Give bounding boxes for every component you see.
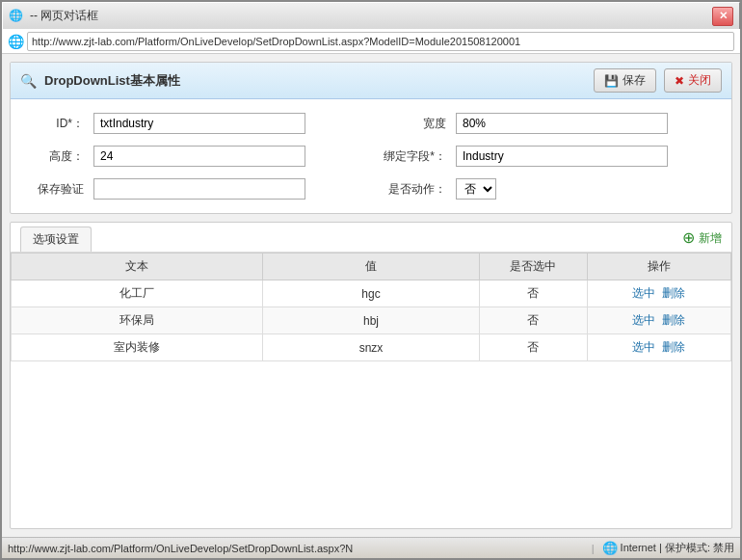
close-button[interactable]: ✖ 关闭 xyxy=(664,68,722,93)
is-action-label: 是否动作： xyxy=(379,181,446,198)
id-group: ID*： xyxy=(26,113,363,134)
options-section: 选项设置 ⊕ 新增 文本 值 是否选中 操作 化 xyxy=(10,222,732,529)
is-action-group: 是否动作： 否 是 xyxy=(379,178,716,200)
height-group: 高度： xyxy=(26,146,363,167)
height-input[interactable] xyxy=(93,146,305,167)
new-icon: ⊕ xyxy=(682,230,695,246)
cell-value-0: hgc xyxy=(263,280,479,307)
save-validate-group: 保存验证 xyxy=(26,178,363,200)
width-label: 宽度 xyxy=(379,116,446,132)
select-link-0[interactable]: 选中 xyxy=(632,286,655,300)
bind-field-label: 绑定字段*： xyxy=(379,148,446,165)
form-row-3: 保存验证 是否动作： 否 是 xyxy=(26,178,716,200)
col-header-action: 操作 xyxy=(587,253,730,280)
table-header-row: 文本 值 是否选中 操作 xyxy=(12,253,731,280)
save-icon: 💾 xyxy=(604,74,619,88)
cell-text-0: 化工厂 xyxy=(12,280,263,307)
delete-link-1[interactable]: 删除 xyxy=(662,313,685,327)
options-header: 选项设置 ⊕ 新增 xyxy=(11,223,731,253)
select-link-1[interactable]: 选中 xyxy=(632,313,655,327)
cell-value-2: snzx xyxy=(263,334,479,361)
form-row-2: 高度： 绑定字段*： xyxy=(26,146,716,167)
delete-link-2[interactable]: 删除 xyxy=(662,340,685,354)
table-row: 化工厂 hgc 否 选中 删除 xyxy=(12,280,731,307)
globe-icon: 🌐 xyxy=(602,541,618,555)
content-area: 🔍 DropDownList基本属性 💾 保存 ✖ 关闭 ID*： xyxy=(2,54,740,537)
address-input[interactable] xyxy=(27,32,734,51)
cell-action-0: 选中 删除 xyxy=(587,280,730,307)
cell-selected-1: 否 xyxy=(479,307,587,334)
cell-selected-2: 否 xyxy=(479,334,587,361)
cell-text-1: 环保局 xyxy=(12,307,263,334)
save-button[interactable]: 💾 保存 xyxy=(594,68,656,93)
save-validate-label: 保存验证 xyxy=(26,181,84,198)
address-bar: 🌐 xyxy=(2,29,740,54)
search-icon: 🔍 xyxy=(20,73,37,89)
height-label: 高度： xyxy=(26,148,84,165)
window-icon: 🌐 xyxy=(9,9,24,24)
col-header-selected: 是否选中 xyxy=(479,253,587,280)
id-input[interactable] xyxy=(93,113,305,134)
id-label: ID*： xyxy=(26,116,84,132)
col-header-value: 值 xyxy=(263,253,479,280)
new-label: 新增 xyxy=(699,230,722,247)
table-row: 室内装修 snzx 否 选中 删除 xyxy=(12,334,731,361)
new-button[interactable]: ⊕ 新增 xyxy=(682,230,722,247)
main-panel: 🔍 DropDownList基本属性 💾 保存 ✖ 关闭 ID*： xyxy=(10,62,732,214)
cell-value-1: hbj xyxy=(263,307,479,334)
form-row-1: ID*： 宽度 xyxy=(26,113,716,134)
width-input[interactable] xyxy=(456,113,668,134)
status-zone: Internet | 保护模式: 禁用 xyxy=(621,541,734,555)
cell-text-2: 室内装修 xyxy=(12,334,263,361)
save-label: 保存 xyxy=(623,72,646,89)
cell-action-2: 选中 删除 xyxy=(587,334,730,361)
cell-selected-0: 否 xyxy=(479,280,587,307)
window-title: -- 网页对话框 xyxy=(30,8,706,24)
panel-header: 🔍 DropDownList基本属性 💾 保存 ✖ 关闭 xyxy=(11,63,731,99)
window-close-button[interactable]: ✕ xyxy=(712,7,733,26)
save-validate-input[interactable] xyxy=(93,178,305,200)
bind-field-group: 绑定字段*： xyxy=(379,146,716,167)
close-icon: ✖ xyxy=(675,74,684,88)
width-group: 宽度 xyxy=(379,113,716,134)
cell-action-1: 选中 删除 xyxy=(587,307,730,334)
delete-link-0[interactable]: 删除 xyxy=(662,286,685,300)
close-label: 关闭 xyxy=(688,72,711,89)
status-url: http://www.zjt-lab.com/Platform/OnLiveDe… xyxy=(8,543,584,554)
title-bar: 🌐 -- 网页对话框 ✕ xyxy=(2,2,740,29)
status-bar: http://www.zjt-lab.com/Platform/OnLiveDe… xyxy=(2,537,740,558)
select-link-2[interactable]: 选中 xyxy=(632,340,655,354)
col-header-text: 文本 xyxy=(12,253,263,280)
table-row: 环保局 hbj 否 选中 删除 xyxy=(12,307,731,334)
options-table: 文本 值 是否选中 操作 化工厂 hgc 否 选中 删除 环保局 hbj 否 xyxy=(11,253,731,361)
browser-icon: 🌐 xyxy=(8,34,23,49)
status-internet: 🌐 Internet | 保护模式: 禁用 xyxy=(602,541,734,555)
form-area: ID*： 宽度 高度： 绑定字段*： xyxy=(11,99,731,213)
bind-field-input[interactable] xyxy=(456,146,668,167)
options-tab[interactable]: 选项设置 xyxy=(20,227,92,252)
panel-title: DropDownList基本属性 xyxy=(44,72,586,90)
is-action-select[interactable]: 否 是 xyxy=(456,178,496,200)
